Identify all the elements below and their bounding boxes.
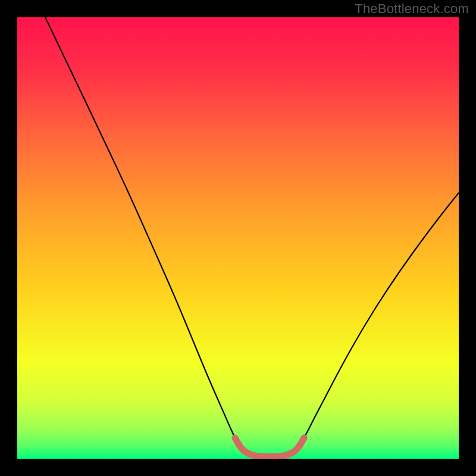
chart-frame: TheBottleneck.com xyxy=(0,0,476,476)
watermark-text: TheBottleneck.com xyxy=(355,1,469,17)
plot-background xyxy=(17,17,459,459)
plot-area xyxy=(17,17,459,459)
chart-svg xyxy=(17,17,459,459)
